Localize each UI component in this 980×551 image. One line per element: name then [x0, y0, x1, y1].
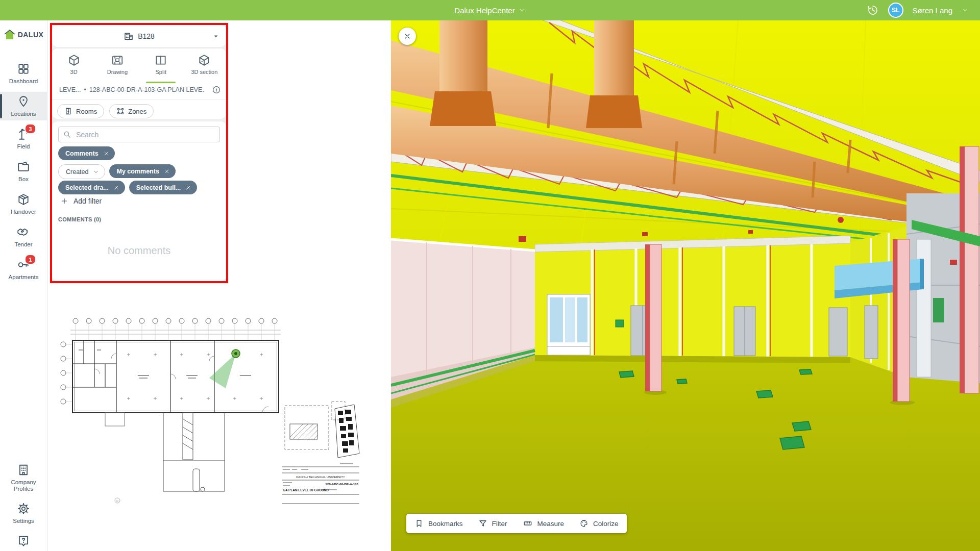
- sidebar-item-label: Handover: [11, 209, 36, 215]
- filter-label: Filter: [492, 520, 507, 528]
- gear-icon: [17, 502, 30, 515]
- sidebar-item-company-profiles[interactable]: Company Profiles: [0, 460, 47, 495]
- measure-label: Measure: [537, 520, 565, 528]
- funnel-icon: [478, 519, 487, 528]
- chip-row-2: Created My comments: [58, 164, 176, 179]
- sidebar-item-field[interactable]: 3 Field: [0, 124, 47, 153]
- sidebar-item-label: Apartments: [9, 274, 39, 281]
- cube-icon: [67, 54, 81, 67]
- history-icon[interactable]: [867, 4, 879, 16]
- overlay-toggles: Rooms Zones: [52, 99, 226, 118]
- tab-label: Drawing: [107, 69, 128, 75]
- chip-label: Selected buil...: [136, 184, 181, 191]
- helpcenter-menu[interactable]: Dalux HelpCenter: [0, 0, 980, 20]
- active-tab-underline: [146, 82, 176, 83]
- building-selector-label: B128: [138, 32, 155, 40]
- sidebar-item-label: Company Profiles: [6, 479, 41, 492]
- sidebar-item-label: Settings: [13, 518, 34, 524]
- avatar[interactable]: SL: [888, 3, 903, 18]
- breadcrumb-level: LEVE...: [59, 86, 81, 93]
- chip-selected-drawing[interactable]: Selected dra...: [58, 181, 125, 194]
- sidebar-item-dashboard[interactable]: Dashboard: [0, 59, 47, 88]
- chevron-down-icon[interactable]: [962, 7, 969, 14]
- info-icon[interactable]: [212, 85, 221, 94]
- colorize-button[interactable]: Colorize: [579, 519, 619, 528]
- view-tabs: 3D Drawing Split 3D section: [52, 52, 226, 82]
- tab-label: Split: [155, 69, 166, 75]
- dalux-app: Dalux HelpCenter SL Søren Lang DALUX Das…: [0, 0, 980, 551]
- sidebar-item-label: Box: [18, 176, 29, 183]
- chevron-down-icon: [93, 169, 99, 175]
- tab-split[interactable]: Split: [139, 52, 183, 82]
- add-filter-label: Add filter: [74, 197, 102, 205]
- building-icon: [124, 31, 134, 41]
- sidebar: DALUX Dashboard Locations 3 Field Box Ha…: [0, 20, 47, 551]
- chip-created[interactable]: Created: [58, 164, 105, 179]
- handover-box-icon: [17, 193, 30, 206]
- palette-icon: [579, 519, 589, 528]
- bim-3d-render[interactable]: [391, 20, 980, 551]
- sidebar-item-apartments[interactable]: 1 Apartments: [0, 255, 47, 284]
- sidebar-item-box[interactable]: Box: [0, 157, 47, 186]
- tab-3d[interactable]: 3D: [52, 52, 95, 82]
- chip-selected-building[interactable]: Selected buil...: [129, 181, 198, 194]
- sidebar-item-locations[interactable]: Locations: [0, 92, 47, 120]
- chip-my-comments[interactable]: My comments: [109, 164, 175, 178]
- search-icon: [63, 130, 71, 139]
- remove-icon[interactable]: [185, 185, 191, 191]
- measure-button[interactable]: Measure: [523, 519, 565, 528]
- rooms-toggle[interactable]: Rooms: [57, 104, 104, 118]
- chip-label: My comments: [116, 168, 159, 175]
- titleblock-title: GA PLAN LEVEL 00 GROUND: [283, 488, 329, 492]
- avatar-initials: SL: [892, 7, 899, 14]
- field-badge: 3: [24, 123, 36, 134]
- remove-icon[interactable]: [164, 168, 170, 174]
- chip-row-3: Selected dra... Selected buil...: [58, 181, 197, 194]
- search-input[interactable]: [75, 130, 215, 139]
- sidebar-item-tender[interactable]: Tender: [0, 222, 47, 251]
- topbar-title-label: Dalux HelpCenter: [454, 6, 514, 15]
- sidebar-item-label: Tender: [14, 241, 32, 248]
- chip-label: Created: [66, 168, 88, 176]
- building-selector[interactable]: B128: [52, 25, 226, 47]
- tab-drawing[interactable]: Drawing: [95, 52, 139, 82]
- viewer-toolbar: Bookmarks Filter Measure Colorize: [406, 514, 627, 533]
- zones-label: Zones: [128, 108, 146, 115]
- dropdown-arrow-icon[interactable]: [213, 33, 219, 39]
- sidebar-item-label: Dashboard: [9, 78, 38, 85]
- bookmark-icon: [414, 519, 424, 528]
- plus-icon: [60, 197, 68, 205]
- empty-state-text: No comments: [52, 245, 226, 257]
- sidebar-item-settings[interactable]: Settings: [0, 499, 47, 528]
- sidebar-item-handover[interactable]: Handover: [0, 190, 47, 218]
- floor-plan-drawing[interactable]: DANISH TECHNICAL UNIVERSITY 128-ABC-00-D…: [56, 287, 373, 515]
- handshake-icon: [17, 226, 30, 239]
- breadcrumb[interactable]: LEVE... • 128-ABC-00-DR-A-103-GA PLAN LE…: [59, 86, 205, 93]
- sidebar-item-help[interactable]: Help: [0, 532, 47, 551]
- folder-icon: [17, 160, 30, 173]
- top-bar: Dalux HelpCenter SL Søren Lang: [0, 0, 980, 20]
- remove-icon[interactable]: [113, 185, 119, 191]
- titleblock-number: 128-ABC-00-DR-A-103: [325, 482, 358, 486]
- filter-button[interactable]: Filter: [478, 519, 507, 528]
- chip-comments[interactable]: Comments: [58, 146, 115, 160]
- topbar-right-group: SL Søren Lang: [867, 0, 969, 20]
- close-viewer-button[interactable]: [399, 28, 416, 45]
- chevron-down-icon: [519, 7, 526, 14]
- dalux-logo[interactable]: DALUX: [0, 24, 47, 45]
- dalux-house-icon: [4, 30, 16, 40]
- remove-icon[interactable]: [103, 151, 109, 157]
- bookmarks-button[interactable]: Bookmarks: [414, 519, 463, 528]
- company-building-icon: [17, 463, 30, 477]
- filter-card: Comments Created My comments Selected dr…: [52, 121, 226, 281]
- split-view-icon: [154, 54, 167, 67]
- sidebar-item-label: Field: [17, 143, 30, 150]
- dashboard-grid-icon: [17, 62, 30, 76]
- zone-polygon-icon: [116, 107, 125, 115]
- tab-3d-section[interactable]: 3D section: [183, 52, 226, 82]
- help-icon: [17, 535, 30, 548]
- zones-toggle[interactable]: Zones: [109, 104, 154, 118]
- apartments-badge: 1: [24, 254, 36, 265]
- active-indicator: [0, 94, 2, 118]
- add-filter-button[interactable]: Add filter: [60, 197, 102, 205]
